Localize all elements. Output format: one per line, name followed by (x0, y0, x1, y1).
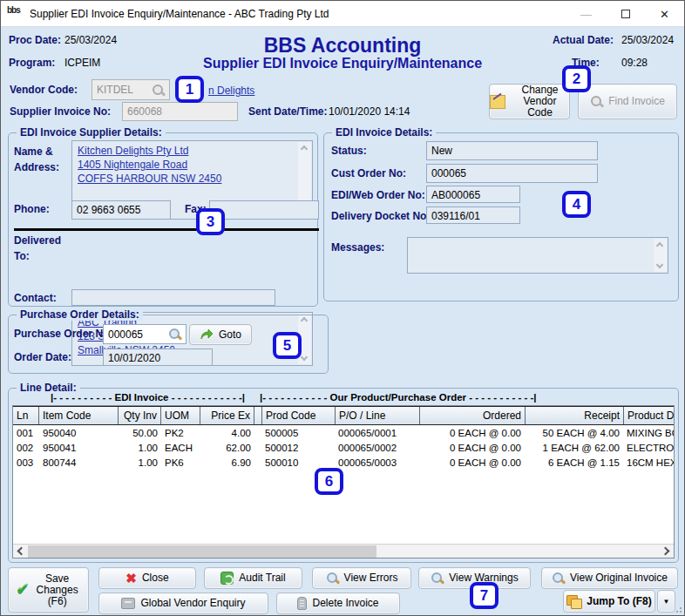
shredder-icon (297, 597, 307, 610)
edi-web-order-field[interactable]: AB000065 (426, 186, 520, 203)
name-address-label: Name & (14, 146, 53, 158)
window-title: Supplier EDI Invoice Enquiry/Maintenance… (30, 8, 329, 20)
delivered-to-label: Delivered (14, 234, 61, 247)
address-line-link[interactable]: COFFS HARBOUR NSW 2450 (78, 172, 307, 186)
invoice-details-group: EDI Invoice Details: Status: New Cust Or… (323, 132, 679, 301)
annotation-4: 4 (562, 191, 591, 218)
supplier-invoice-label: Supplier Invoice No: (10, 105, 111, 118)
column-header[interactable]: Item Code (39, 407, 119, 424)
cust-order-label: Cust Order No: (331, 167, 406, 179)
column-header[interactable]: Qty Inv (119, 407, 161, 424)
goto-button[interactable]: Goto (189, 324, 252, 345)
fax-field[interactable] (209, 200, 319, 220)
column-header[interactable]: Product De (624, 407, 674, 424)
name-address-label2: Address: (14, 161, 59, 173)
edit-note-icon (490, 95, 505, 109)
cust-order-field[interactable]: 000065 (426, 164, 598, 183)
table-row[interactable]: 003 800744 1.00 PK6 6.90 500010 000065/0… (13, 455, 674, 470)
minimize-icon[interactable]: — (566, 1, 606, 27)
purchase-order-no-field[interactable]: 000065 (103, 324, 187, 344)
column-header[interactable]: Price Ex (200, 407, 254, 424)
annotation-3: 3 (196, 208, 225, 235)
find-invoice-button[interactable]: Find Invoice (578, 84, 677, 119)
annotation-1: 1 (175, 76, 204, 103)
folders-icon (566, 595, 581, 607)
scroll-up-icon[interactable] (301, 146, 308, 152)
app-logo-icon: bbs (7, 6, 23, 22)
edi-invoice-band: |- - - - - - - - - - EDI Invoice - - - -… (51, 392, 245, 403)
jump-to-button[interactable]: Jump To (F8) (563, 590, 655, 613)
title-bar: bbs Supplier EDI Invoice Enquiry/Mainten… (1, 1, 684, 27)
status-field[interactable]: New (426, 141, 598, 160)
order-date-field[interactable]: 10/01/2020 (103, 349, 213, 366)
change-vendor-code-button[interactable]: Change Vendor Code (489, 84, 570, 119)
delivered-to-label2: To: (14, 250, 30, 262)
table-row[interactable]: 001 950040 50.00 PK2 4.00 500005 000065/… (13, 425, 674, 440)
view-errors-button[interactable]: View Errors (312, 567, 411, 589)
maximize-icon[interactable] (606, 1, 645, 27)
sent-datetime-label: Sent Date/Time: (248, 105, 327, 118)
address-line-link[interactable]: Kitchen Delights Pty Ltd (78, 144, 307, 158)
column-header[interactable]: Receipt (526, 407, 624, 424)
supplier-invoice-field[interactable]: 660068 (122, 102, 238, 121)
column-header[interactable]: P/O / Line (336, 407, 420, 424)
order-date-label: Order Date: (14, 351, 71, 363)
sent-datetime-value: 10/01/2020 14:14 (329, 105, 410, 118)
vendor-code-field[interactable]: KITDEL (92, 79, 170, 100)
annotation-5: 5 (273, 332, 302, 359)
messages-scrollbar[interactable] (654, 239, 667, 272)
column-header[interactable]: Ordered (420, 407, 526, 424)
purchase-order-legend: Purchase Order Details: (17, 308, 143, 321)
scroll-left-icon[interactable] (17, 547, 26, 556)
address-line-link[interactable]: 1405 Nightengale Road (78, 158, 307, 172)
close-icon[interactable]: ✕ (645, 1, 684, 27)
section-divider (14, 228, 319, 231)
scroll-right-icon[interactable] (661, 547, 670, 556)
line-detail-table: Ln Item Code Qty Inv UOM Price Ex Prod C… (12, 405, 675, 558)
annotation-7: 7 (470, 582, 498, 609)
view-original-invoice-button[interactable]: View Original Invoice (541, 567, 678, 589)
supplier-details-group: EDI Invoice Supplier Details: Name & Add… (8, 132, 318, 307)
close-x-icon: ✖ (125, 571, 137, 586)
vendor-name-link[interactable]: n Delights (208, 84, 254, 98)
close-button[interactable]: ✖ Close (98, 567, 196, 589)
resize-grip[interactable] (673, 604, 682, 613)
section-gap (254, 407, 262, 424)
supplier-details-legend: EDI Invoice Supplier Details: (17, 126, 166, 139)
vendor-search-icon[interactable] (152, 84, 165, 97)
save-check-icon: ✔ (16, 581, 28, 599)
scroll-up-icon[interactable] (656, 242, 663, 249)
hscroll-thumb[interactable] (28, 545, 376, 558)
table-header-row: Ln Item Code Qty Inv UOM Price Ex Prod C… (13, 406, 674, 425)
column-header[interactable]: Prod Code (262, 407, 336, 424)
delivery-docket-label: Delivery Docket No: (331, 210, 430, 222)
messages-box[interactable] (407, 237, 668, 274)
table-row[interactable]: 002 950041 1.00 EACH 62.00 500012 000065… (13, 440, 674, 455)
purchase-order-no-label: Purchase Order No: (14, 328, 112, 340)
vendor-code-label: Vendor Code: (10, 84, 78, 96)
phone-label: Phone: (14, 203, 50, 215)
phone-field[interactable]: 02 9663 0655 (71, 200, 171, 220)
card-file-icon (121, 598, 135, 609)
save-changes-button[interactable]: ✔ Save Changes (F6) (8, 567, 89, 613)
invoice-details-legend: EDI Invoice Details: (332, 126, 436, 139)
delivery-docket-field[interactable]: 039116/01 (426, 206, 520, 224)
scroll-down-icon[interactable] (656, 261, 663, 268)
po-search-icon[interactable] (168, 328, 181, 341)
edi-web-order-label: EDI/Web Order No: (331, 189, 425, 201)
annotation-2: 2 (562, 65, 591, 92)
contact-field[interactable] (71, 289, 275, 306)
goto-arrow-icon (200, 328, 214, 341)
table-hscrollbar[interactable] (13, 544, 674, 558)
column-header[interactable]: Ln (13, 407, 39, 424)
line-detail-group: Line Detail: |- - - - - - - - - - EDI In… (8, 388, 679, 563)
column-header[interactable]: UOM (161, 407, 200, 424)
global-vendor-enquiry-button[interactable]: Global Vendor Enquiry (98, 592, 268, 614)
delete-invoice-button[interactable]: Delete Invoice (276, 592, 400, 614)
time-value: 09:28 (621, 57, 648, 69)
chevron-down-icon: ▼ (663, 598, 670, 606)
view-errors-search-icon (326, 572, 339, 585)
audit-trail-button[interactable]: Audit Trail (204, 567, 302, 589)
view-original-search-icon (552, 572, 565, 585)
status-label: Status: (331, 145, 367, 157)
